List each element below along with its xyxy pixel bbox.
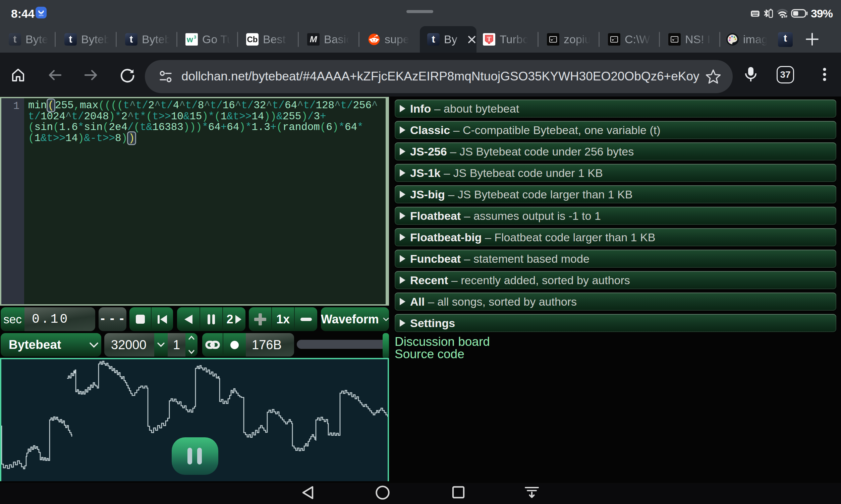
svg-text:Market: Market — [38, 15, 43, 16]
svg-text:3: 3 — [194, 35, 196, 39]
svg-text:App: App — [39, 13, 42, 15]
svg-text:w: w — [187, 35, 193, 44]
svg-text:T: T — [487, 36, 491, 42]
